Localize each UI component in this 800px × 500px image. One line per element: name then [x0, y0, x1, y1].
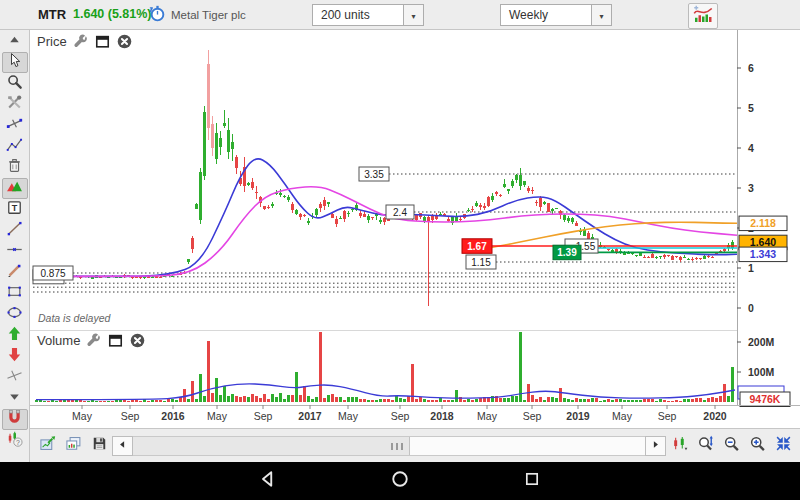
- scroll-right-button[interactable]: [645, 436, 666, 456]
- symbol-label: MTR: [38, 7, 66, 22]
- tool-trendline-button[interactable]: [2, 220, 28, 241]
- new-chart-button[interactable]: [688, 3, 718, 29]
- zoom-icon: [6, 73, 23, 94]
- nav-recents-button[interactable]: [519, 468, 545, 494]
- android-navigation-bar: [0, 462, 800, 500]
- zoom-vertical-icon: [697, 435, 714, 456]
- price-panel-header: Price: [37, 33, 133, 50]
- scroll-up-icon: [6, 31, 23, 52]
- svg-text:9476K: 9476K: [750, 393, 781, 405]
- zoom-out-button[interactable]: [718, 433, 744, 459]
- strike-line-icon: [6, 367, 23, 388]
- tool-trend-cross-button[interactable]: [2, 115, 28, 136]
- tool-polyline-button[interactable]: [2, 136, 28, 157]
- tool-settings-tools-button[interactable]: [2, 94, 28, 115]
- cursor-icon: [6, 52, 23, 73]
- tool-scroll-up-button[interactable]: [2, 31, 28, 52]
- delayed-note: Data is delayed: [38, 312, 110, 324]
- scrollbar-thumb[interactable]: [133, 437, 410, 455]
- svg-text:1.39: 1.39: [557, 247, 577, 258]
- svg-text:Sep: Sep: [121, 410, 140, 422]
- svg-text:1.343: 1.343: [750, 248, 776, 260]
- tool-pencil-button[interactable]: [2, 262, 28, 283]
- candle-settings-button[interactable]: [666, 433, 692, 459]
- volume-panel-title: Volume: [37, 333, 80, 348]
- svg-text:5: 5: [748, 102, 754, 114]
- scrollbar-grip: [391, 443, 403, 450]
- period-dropdown[interactable]: Weekly ▾: [500, 4, 612, 26]
- svg-text:Sep: Sep: [254, 410, 273, 422]
- rectangle-icon: [6, 283, 23, 304]
- zoom-vertical-button[interactable]: [692, 433, 718, 459]
- svg-text:4: 4: [748, 142, 754, 154]
- svg-text:2.118: 2.118: [750, 217, 776, 229]
- window-icon[interactable]: [107, 332, 124, 349]
- arrow-down-icon: [6, 346, 23, 367]
- chart-scrollbar[interactable]: [133, 436, 645, 456]
- ellipse-icon: [6, 304, 23, 325]
- export-icon: [39, 435, 56, 456]
- recents-icon: [523, 470, 541, 492]
- zoom-in-button[interactable]: [744, 433, 770, 459]
- wrench-icon[interactable]: [72, 33, 89, 50]
- chart-windows-button[interactable]: [60, 433, 86, 459]
- svg-text:T: T: [12, 203, 18, 213]
- close-icon[interactable]: [129, 332, 146, 349]
- scroll-left-button[interactable]: [112, 436, 133, 456]
- svg-text:Sep: Sep: [391, 410, 410, 422]
- tool-delete-button[interactable]: [2, 157, 28, 178]
- price-panel-title: Price: [37, 34, 67, 49]
- svg-text:2.4: 2.4: [393, 207, 407, 218]
- nav-back-button[interactable]: [255, 468, 281, 494]
- drawing-toolbar: T?: [0, 30, 30, 462]
- tool-text-button[interactable]: T: [2, 199, 28, 220]
- svg-text:May: May: [477, 410, 498, 422]
- save-icon: [91, 435, 108, 456]
- arrow-right-icon: [649, 437, 662, 455]
- svg-text:May: May: [338, 410, 359, 422]
- svg-text:2016: 2016: [161, 410, 185, 422]
- svg-text:1.640: 1.640: [750, 236, 776, 248]
- volume-panel-header: Volume: [37, 332, 146, 349]
- svg-text:1.67: 1.67: [467, 241, 487, 252]
- svg-text:May: May: [207, 410, 228, 422]
- units-dropdown-arrow[interactable]: ▾: [404, 4, 424, 26]
- save-button[interactable]: [86, 433, 112, 459]
- tool-arrow-down-button[interactable]: [2, 346, 28, 367]
- close-icon[interactable]: [116, 33, 133, 50]
- price-volume-chart[interactable]: 0.83.352.41.150.8751.671.551.39012345620…: [30, 30, 800, 428]
- wrench-icon[interactable]: [85, 332, 102, 349]
- candle-adjust-icon: [671, 435, 688, 456]
- tool-strike-line-button[interactable]: [2, 367, 28, 388]
- top-bar: MTR 1.640 (5.81%) Metal Tiger plc 200 un…: [0, 0, 800, 30]
- pencil-icon: [6, 262, 23, 283]
- svg-text:0: 0: [748, 302, 754, 314]
- tool-rectangle-button[interactable]: [2, 283, 28, 304]
- units-dropdown-value[interactable]: 200 units: [312, 4, 404, 26]
- svg-text:200M: 200M: [748, 336, 775, 348]
- export-chart-button[interactable]: [34, 433, 60, 459]
- tool-zoom-button[interactable]: [2, 73, 28, 94]
- tool-cursor-button[interactable]: [2, 52, 28, 73]
- units-dropdown[interactable]: 200 units ▾: [312, 4, 424, 26]
- tool-horizontal-line-button[interactable]: [2, 241, 28, 262]
- nav-home-button[interactable]: [387, 468, 413, 494]
- tool-zigzag-button[interactable]: [2, 178, 28, 199]
- home-icon: [390, 469, 410, 493]
- tool-magnet-button[interactable]: [2, 409, 28, 430]
- chart-area[interactable]: 0.83.352.41.150.8751.671.551.39012345620…: [30, 30, 800, 428]
- tool-scroll-down-button[interactable]: [2, 388, 28, 409]
- period-dropdown-value[interactable]: Weekly: [500, 4, 592, 26]
- bottom-toolbar: [30, 428, 800, 462]
- back-icon: [258, 469, 278, 493]
- tool-candle-help-button[interactable]: ?: [2, 430, 28, 451]
- tool-ellipse-button[interactable]: [2, 304, 28, 325]
- scroll-down-icon: [6, 388, 23, 409]
- svg-text:2018: 2018: [430, 410, 454, 422]
- period-dropdown-arrow[interactable]: ▾: [592, 4, 612, 26]
- tool-arrow-up-button[interactable]: [2, 325, 28, 346]
- svg-text:6: 6: [748, 62, 754, 74]
- svg-text:Sep: Sep: [523, 410, 542, 422]
- fit-screen-button[interactable]: [770, 433, 796, 459]
- window-icon[interactable]: [94, 33, 111, 50]
